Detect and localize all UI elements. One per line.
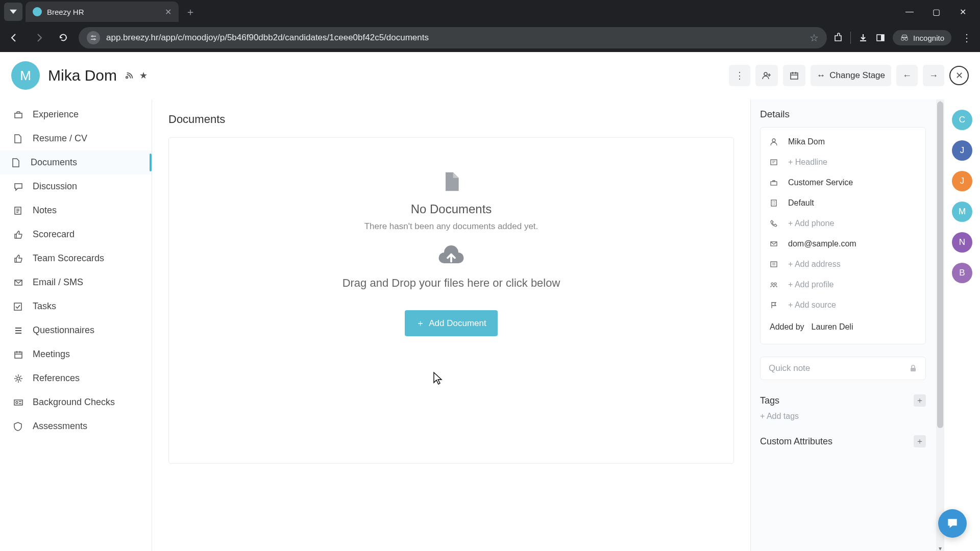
puzzle-icon bbox=[833, 33, 843, 43]
detail-row-mail[interactable]: dom@sample.com bbox=[761, 234, 925, 254]
sidepanel-button[interactable] bbox=[875, 33, 886, 43]
more-actions-button[interactable]: ⋮ bbox=[729, 65, 750, 86]
site-info-button[interactable] bbox=[87, 31, 100, 44]
browser-tab[interactable]: Breezy HR ✕ bbox=[26, 2, 179, 22]
downloads-button[interactable] bbox=[858, 33, 868, 43]
cloud-upload-icon bbox=[437, 245, 465, 267]
sidebar-item-scorecard[interactable]: Scorecard bbox=[0, 222, 152, 246]
svg-rect-18 bbox=[771, 182, 777, 185]
sidebar-item-documents[interactable]: Documents bbox=[0, 151, 152, 174]
thumbs-up-icon bbox=[13, 254, 24, 264]
tags-section: Tags ＋ + Add tags bbox=[760, 394, 926, 421]
avatar-rail: CJJMNB bbox=[944, 99, 980, 551]
arrow-right-icon bbox=[34, 33, 44, 43]
sidebar-item-label: Scorecard bbox=[33, 229, 75, 240]
next-candidate-button[interactable]: → bbox=[923, 65, 944, 86]
document-icon bbox=[440, 170, 462, 193]
detail-row-headline[interactable]: + Headline bbox=[761, 152, 925, 172]
rail-avatar[interactable]: J bbox=[952, 140, 972, 161]
app-body: ExperienceResume / CVDocumentsDiscussion… bbox=[0, 99, 980, 551]
detail-row-flag[interactable]: + Add source bbox=[761, 295, 925, 315]
rss-icon[interactable] bbox=[125, 71, 134, 80]
schedule-button[interactable] bbox=[783, 65, 805, 86]
check-square-icon bbox=[13, 302, 24, 311]
added-by-value[interactable]: Lauren Deli bbox=[812, 322, 853, 332]
sidebar-item-label: Tasks bbox=[33, 301, 56, 312]
sidebar-item-label: Notes bbox=[33, 205, 57, 216]
add-document-button[interactable]: ＋ Add Document bbox=[405, 310, 497, 336]
nav-back-button[interactable] bbox=[5, 29, 23, 47]
sidebar-item-email-sms[interactable]: Email / SMS bbox=[0, 270, 152, 294]
svg-rect-7 bbox=[791, 73, 798, 79]
rail-avatar[interactable]: B bbox=[952, 263, 972, 283]
sidebar-item-resume-cv[interactable]: Resume / CV bbox=[0, 127, 152, 151]
nav-forward-button[interactable] bbox=[30, 29, 48, 47]
rail-avatar[interactable]: M bbox=[952, 202, 972, 222]
detail-row-user[interactable]: Mika Dom bbox=[761, 132, 925, 152]
reload-icon bbox=[58, 33, 68, 43]
sidebar-item-background-checks[interactable]: Background Checks bbox=[0, 390, 152, 414]
svg-point-23 bbox=[774, 283, 776, 285]
sidebar-item-label: References bbox=[33, 373, 80, 384]
rail-avatar[interactable]: C bbox=[952, 110, 972, 130]
change-stage-label: Change Stage bbox=[829, 70, 885, 81]
detail-row-building[interactable]: Default bbox=[761, 193, 925, 213]
tags-placeholder[interactable]: + Add tags bbox=[760, 412, 926, 421]
sidebar-item-notes[interactable]: Notes bbox=[0, 198, 152, 222]
add-attribute-button[interactable]: ＋ bbox=[914, 435, 926, 447]
mail-icon bbox=[770, 240, 780, 248]
browser-menu-button[interactable]: ⋮ bbox=[959, 32, 975, 44]
tab-search-button[interactable] bbox=[4, 3, 22, 21]
incognito-chip[interactable]: Incognito bbox=[893, 30, 951, 45]
assign-user-button[interactable] bbox=[755, 65, 778, 86]
details-scrollbar[interactable]: ▴ ▾ bbox=[936, 99, 944, 551]
added-by-row: Added by Lauren Deli bbox=[761, 315, 925, 340]
browser-chrome: Breezy HR ✕ ＋ ― ▢ ✕ app.breezy.hr/app/c/… bbox=[0, 0, 980, 52]
url-field[interactable]: app.breezy.hr/app/c/moodjoy/p/5b46f90dbb… bbox=[79, 27, 827, 48]
chevron-down-icon bbox=[10, 8, 17, 15]
window-minimize-button[interactable]: ― bbox=[902, 7, 917, 17]
shield-icon bbox=[13, 421, 24, 432]
sidebar-item-experience[interactable]: Experience bbox=[0, 103, 152, 127]
sidebar-item-team-scorecards[interactable]: Team Scorecards bbox=[0, 246, 152, 270]
documents-card: No Documents There hasn't been any docum… bbox=[168, 137, 734, 464]
close-panel-button[interactable]: ✕ bbox=[949, 66, 969, 85]
rail-avatar[interactable]: J bbox=[952, 171, 972, 191]
bookmark-button[interactable]: ☆ bbox=[810, 32, 819, 44]
candidate-avatar[interactable]: M bbox=[11, 61, 40, 90]
sidebar-item-references[interactable]: References bbox=[0, 366, 152, 390]
arrow-left-icon bbox=[9, 33, 19, 43]
note-icon bbox=[13, 206, 24, 216]
sidebar-item-questionnaires[interactable]: Questionnaires bbox=[0, 318, 152, 342]
download-icon bbox=[858, 33, 868, 43]
prev-candidate-button[interactable]: ← bbox=[896, 65, 918, 86]
change-stage-button[interactable]: ↔ Change Stage bbox=[811, 65, 891, 86]
sidebar-item-label: Resume / CV bbox=[33, 133, 87, 144]
detail-row-profile[interactable]: + Add profile bbox=[761, 274, 925, 295]
sidebar-item-discussion[interactable]: Discussion bbox=[0, 174, 152, 198]
sidebar-item-tasks[interactable]: Tasks bbox=[0, 294, 152, 318]
detail-row-phone[interactable]: + Add phone bbox=[761, 213, 925, 234]
star-icon[interactable]: ★ bbox=[139, 70, 148, 81]
tab-close-button[interactable]: ✕ bbox=[165, 7, 172, 17]
window-close-button[interactable]: ✕ bbox=[955, 7, 970, 17]
window-maximize-button[interactable]: ▢ bbox=[929, 7, 943, 17]
detail-row-address[interactable]: + Add address bbox=[761, 254, 925, 274]
section-title: Documents bbox=[168, 113, 734, 126]
tags-title: Tags bbox=[760, 395, 779, 406]
custom-attributes-section: Custom Attributes ＋ bbox=[760, 435, 926, 447]
sidebar-item-assessments[interactable]: Assessments bbox=[0, 414, 152, 438]
custom-attributes-title: Custom Attributes bbox=[760, 436, 832, 447]
nav-reload-button[interactable] bbox=[54, 29, 72, 47]
chat-fab-button[interactable] bbox=[938, 509, 967, 538]
quick-note-input[interactable]: Quick note bbox=[760, 357, 926, 380]
sidebar-item-label: Meetings bbox=[33, 349, 70, 360]
new-tab-button[interactable]: ＋ bbox=[182, 3, 199, 20]
scroll-thumb[interactable] bbox=[937, 102, 943, 428]
details-panel: Details Mika Dom+ HeadlineCustomer Servi… bbox=[750, 99, 944, 551]
rail-avatar[interactable]: N bbox=[952, 232, 972, 253]
detail-row-briefcase[interactable]: Customer Service bbox=[761, 172, 925, 193]
sidebar-item-meetings[interactable]: Meetings bbox=[0, 342, 152, 366]
add-tag-button[interactable]: ＋ bbox=[914, 394, 926, 407]
extensions-button[interactable] bbox=[833, 33, 843, 43]
